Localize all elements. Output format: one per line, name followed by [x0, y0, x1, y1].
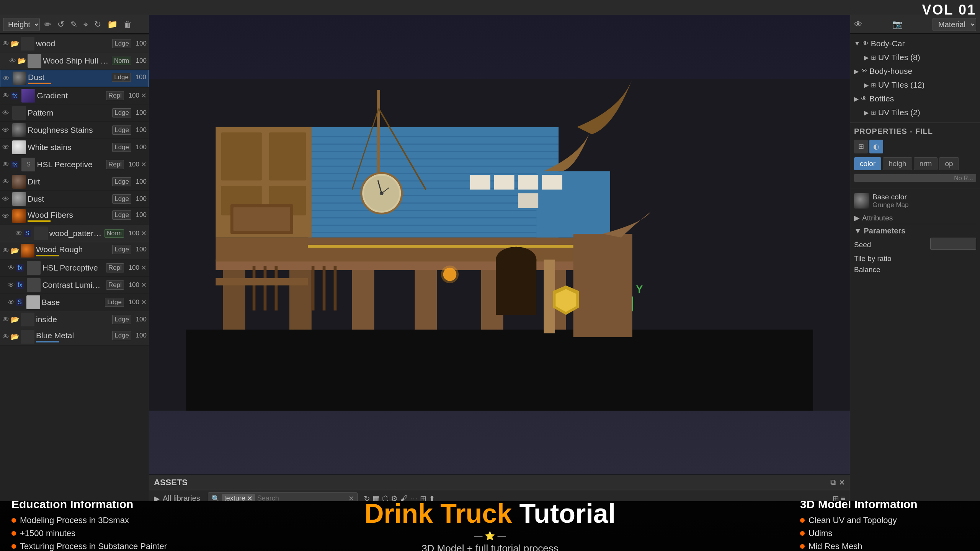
eye-icon[interactable]: 👁 [9, 57, 18, 65]
layer-thumb [12, 209, 26, 223]
layer-name: Roughness Stains [28, 126, 111, 135]
tab-height[interactable]: heigh [883, 157, 912, 170]
close-icon[interactable]: ✕ [141, 298, 147, 306]
layer-value: 100 [126, 161, 139, 168]
eye-icon[interactable]: 👁 [2, 92, 11, 100]
layer-roughness[interactable]: 👁 Roughness Stains Ldge 100 [0, 122, 149, 139]
banner-item-1: Modeling Process in 3Dsmax [11, 515, 180, 525]
tab-nrm[interactable]: nrm [914, 157, 938, 170]
refresh-icon[interactable]: ↻ [93, 18, 103, 31]
folder-expand-icon[interactable]: 📂 [18, 57, 26, 65]
assets-header: ASSETS ⧉ ✕ [149, 475, 850, 490]
props-icon2[interactable]: ◐ [869, 140, 883, 153]
eye-icon[interactable]: 👁 [2, 212, 11, 220]
eye-icon[interactable]: 👁 [2, 109, 11, 117]
tree-item-body-house[interactable]: ▶ 👁 Body-house [850, 64, 980, 78]
eye-icon[interactable]: 👁 [2, 247, 11, 255]
tree-item-body-car[interactable]: ▼ 👁 Body-Car [850, 37, 980, 51]
tab-op[interactable]: op [939, 157, 959, 170]
folder-expand-icon[interactable]: 📂 [11, 39, 19, 48]
close-icon[interactable]: ✕ [141, 160, 147, 169]
eye-icon[interactable]: 👁 [8, 298, 16, 306]
color-bar [36, 255, 59, 256]
height-dropdown[interactable]: Height [3, 18, 40, 31]
tree-item-bottles[interactable]: ▶ 👁 Bottles [850, 92, 980, 106]
close-icon[interactable]: ✕ [141, 281, 147, 289]
layer-wood-pattern[interactable]: 👁 S wood_pattern_01 Norm 100 ✕ [0, 225, 149, 242]
layer-wood-rough[interactable]: 👁 📂 Wood Rough Ldge 100 [0, 242, 149, 259]
bullet-icon [800, 544, 805, 549]
layer-dirt[interactable]: 👁 Dirt Ldge 100 [0, 173, 149, 191]
tree-item-uv-tiles-12[interactable]: ▶ ⊞ UV Tiles (12) [850, 78, 980, 92]
close-icon[interactable]: ✕ [141, 229, 147, 238]
seed-input[interactable] [930, 238, 976, 250]
layer-hsl[interactable]: 👁 fx S HSL Perceptive Repl 100 ✕ [0, 156, 149, 173]
tree-item-uv-tiles-8[interactable]: ▶ ⊞ UV Tiles (8) [850, 51, 980, 64]
layer-value: 100 [126, 281, 139, 289]
tree-item-uv-tiles-2[interactable]: ▶ ⊞ UV Tiles (2) [850, 106, 980, 119]
close-icon[interactable]: ✕ [141, 91, 147, 100]
layer-contrast[interactable]: 👁 fx Contrast Luminosity Repl 100 ✕ [0, 277, 149, 294]
eye-icon[interactable]: 👁 [2, 178, 11, 186]
eye-icon[interactable]: 👁 [861, 68, 867, 75]
layer-thumb [12, 175, 26, 189]
tab-color[interactable]: color [854, 157, 881, 170]
crosshair-icon[interactable]: ⌖ [82, 18, 90, 31]
eye-icon[interactable]: 👁 [15, 230, 24, 238]
layer-white-stains[interactable]: 👁 White stains Ldge 100 [0, 139, 149, 156]
close-icon[interactable]: ✕ [839, 478, 845, 487]
layer-gradient[interactable]: 👁 fx Gradient Repl 100 ✕ [0, 87, 149, 104]
pencil-icon[interactable]: ✎ [69, 18, 79, 31]
eye-icon[interactable]: 👁 [2, 40, 11, 48]
layer-hsl2[interactable]: 👁 fx HSL Perceptive Repl 100 ✕ [0, 259, 149, 277]
layer-name: wood_pattern_01 [49, 229, 103, 238]
close-icon[interactable]: ✕ [141, 264, 147, 272]
layer-dust2[interactable]: 👁 Dust Ldge 100 [0, 191, 149, 208]
eye-icon[interactable]: 👁 [2, 143, 11, 152]
banner-right-item-2: Udims [800, 528, 969, 538]
arrow-icon: ▼ [854, 227, 862, 235]
folder-icon[interactable]: 📁 [106, 18, 119, 31]
layer-inside[interactable]: 👁 📂 inside Ldge 100 [0, 311, 149, 328]
attributes-row[interactable]: ▶ Attributes [854, 212, 976, 224]
layer-wood-ship[interactable]: 👁 📂 Wood Ship Hull Nordic Norm 100 [0, 52, 149, 70]
layer-wood-fibers[interactable]: 👁 Wood Fibers Ldge 100 [0, 208, 149, 225]
folder-expand-icon[interactable]: 📂 [11, 333, 19, 341]
trash-icon[interactable]: 🗑 [122, 18, 134, 31]
svg-rect-27 [308, 210, 559, 211]
eye-icon[interactable]: 👁 [2, 333, 11, 341]
eye-icon[interactable]: 👁 [2, 195, 11, 203]
svg-rect-10 [264, 266, 267, 311]
layer-wood[interactable]: 👁 📂 wood Ldge 100 [0, 35, 149, 52]
layer-base[interactable]: 👁 S Base Ldge 100 ✕ [0, 294, 149, 311]
attributes-label: Attributes [862, 214, 893, 222]
layer-value: 100 [133, 57, 147, 65]
svg-rect-22 [308, 173, 559, 174]
camera-icon[interactable]: 📷 [892, 20, 903, 29]
banner-right-item-1: Clean UV and Topology [800, 515, 969, 525]
layer-badge: Ldge [112, 331, 131, 340]
eye-icon[interactable]: 👁 [8, 281, 16, 289]
bc-sublabel: Grunge Map [872, 201, 909, 209]
layer-pattern[interactable]: 👁 Pattern Ldge 100 [0, 104, 149, 122]
eye-icon[interactable]: 👁 [2, 316, 11, 324]
paint-icon[interactable]: ✏ [43, 18, 53, 31]
eye-icon[interactable]: 👁 [862, 40, 869, 47]
color-bar [28, 83, 51, 84]
props-icon1[interactable]: ⊞ [854, 140, 868, 153]
material-dropdown[interactable]: Material [933, 18, 976, 31]
eye-icon[interactable]: 👁 [2, 126, 11, 134]
props-tabs: ⊞ ◐ [854, 140, 976, 153]
maximize-icon[interactable]: ⧉ [830, 478, 836, 487]
eye-icon[interactable]: 👁 [3, 75, 11, 83]
eye-icon[interactable]: 👁 [2, 161, 11, 169]
folder-expand-icon[interactable]: 📂 [11, 315, 19, 324]
layer-blue-metal[interactable]: 👁 📂 Blue Metal Ldge 100 [0, 328, 149, 346]
eye-icon[interactable]: 👁 [854, 20, 862, 29]
layer-dust[interactable]: 👁 Dust Ldge 100 [0, 70, 149, 87]
eye-icon[interactable]: 👁 [861, 95, 867, 102]
folder-expand-icon[interactable]: 📂 [11, 246, 19, 255]
property-slider[interactable]: No R... [854, 174, 976, 182]
rotate-icon[interactable]: ↺ [56, 18, 66, 31]
eye-icon[interactable]: 👁 [8, 264, 16, 272]
